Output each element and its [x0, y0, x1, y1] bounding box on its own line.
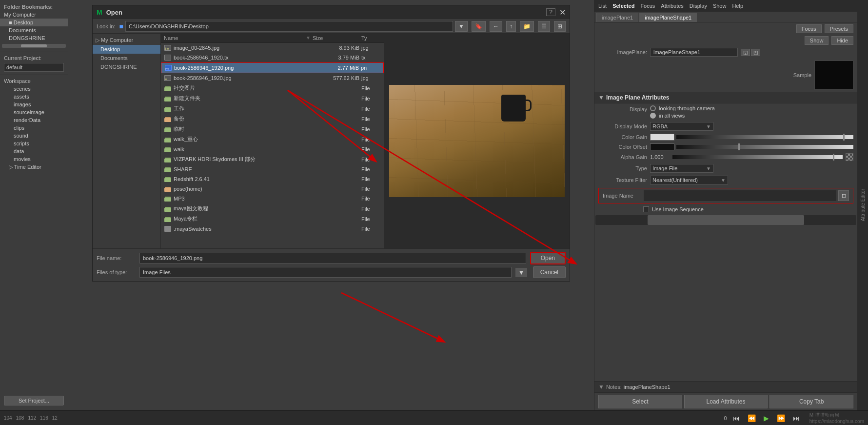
- play-button[interactable]: ▶: [762, 413, 771, 423]
- type-dropdown[interactable]: Image File ▼: [650, 164, 713, 173]
- current-project-dropdown[interactable]: default: [4, 63, 64, 72]
- focus-button[interactable]: Focus: [796, 24, 822, 33]
- menu-focus[interactable]: Focus: [640, 3, 655, 9]
- display-radio-1[interactable]: [650, 105, 656, 111]
- select-button[interactable]: Select: [598, 395, 682, 408]
- step-forward-button[interactable]: ⏩: [775, 413, 787, 423]
- color-offset-slider[interactable]: [676, 145, 853, 149]
- file-row[interactable]: Redshift 2.6.41 File: [161, 174, 384, 184]
- set-project-button[interactable]: Set Project...: [4, 396, 64, 405]
- sidebar-sourceimage[interactable]: sourceimage: [0, 108, 68, 116]
- imageplane-label: imagePlane:: [598, 49, 647, 55]
- toolbar-up-btn[interactable]: ↑: [506, 21, 516, 32]
- file-row[interactable]: 新建文件夹 File: [161, 93, 384, 103]
- toolbar-dropdown-btn[interactable]: ▼: [455, 21, 468, 32]
- imageplane-btn1[interactable]: ◱: [741, 49, 750, 56]
- file-row[interactable]: walk_重心 File: [161, 134, 384, 144]
- file-row[interactable]: 工作 File: [161, 103, 384, 114]
- color-offset-bar[interactable]: [650, 143, 853, 150]
- hide-button[interactable]: Hide: [831, 36, 853, 45]
- tree-mycomputer[interactable]: ▷ My Computer: [93, 36, 160, 45]
- file-row[interactable]: book-2586946_1920.tx 3.79 MiB tx: [161, 53, 384, 62]
- file-row[interactable]: 临时 File: [161, 124, 384, 134]
- menu-help[interactable]: Help: [732, 3, 743, 9]
- menu-selected[interactable]: Selected: [612, 3, 634, 9]
- sidebar-renderdata[interactable]: renderData: [0, 116, 68, 124]
- color-gain-bar[interactable]: [650, 134, 853, 141]
- sidebar-scenes[interactable]: scenes: [0, 85, 68, 93]
- sidebar-assets[interactable]: assets: [0, 93, 68, 101]
- sidebar-sound[interactable]: sound: [0, 132, 68, 140]
- tree-dongshrine[interactable]: DONGSHRINE: [93, 62, 160, 71]
- display-radio-2[interactable]: [650, 113, 656, 119]
- toolbar-detail-view-btn[interactable]: ⊞: [554, 21, 566, 32]
- file-row[interactable]: 备份 File: [161, 114, 384, 124]
- presets-button[interactable]: Presets: [825, 24, 853, 33]
- sidebar-item-desktop[interactable]: ■ Desktop: [0, 19, 68, 26]
- image-browse-button[interactable]: ⊡: [838, 190, 849, 201]
- step-back-button[interactable]: ⏪: [746, 413, 758, 423]
- filename-input[interactable]: [139, 253, 526, 263]
- sidebar-clips[interactable]: clips: [0, 124, 68, 132]
- alpha-gain-value: 1.000: [650, 154, 670, 160]
- toolbar-bookmark-btn[interactable]: 🔖: [472, 21, 486, 32]
- toolbar-new-folder-btn[interactable]: 📁: [520, 21, 534, 32]
- file-row[interactable]: 社交图片 File: [161, 83, 384, 93]
- file-row[interactable]: VIZPARK HDRI Skydomes III 部分 File: [161, 154, 384, 164]
- lookin-path-input[interactable]: [125, 21, 453, 32]
- load-attributes-button[interactable]: Load Attributes: [684, 395, 768, 408]
- tree-desktop[interactable]: Desktop: [93, 45, 160, 54]
- show-button[interactable]: Show: [805, 36, 829, 45]
- texture-filter-arrow-icon: ▼: [721, 178, 726, 183]
- file-row[interactable]: .mayaSwatches File: [161, 224, 384, 234]
- menu-list[interactable]: List: [598, 3, 607, 9]
- sidebar-time-editor[interactable]: ▷ Time Editor: [0, 163, 68, 171]
- attribute-editor-label: Attribute Editor: [860, 189, 866, 221]
- color-gain-slider[interactable]: [676, 135, 853, 139]
- filetype-select[interactable]: [139, 267, 512, 278]
- file-row[interactable]: MP3 File: [161, 194, 384, 203]
- alpha-gain-slider[interactable]: [672, 155, 843, 159]
- skip-to-end-button[interactable]: ⏭: [791, 413, 802, 423]
- file-row[interactable]: walk File: [161, 144, 384, 154]
- sidebar-item-documents[interactable]: Documents: [0, 26, 68, 34]
- sidebar-item-mycomputer[interactable]: My Computer: [0, 11, 68, 19]
- tab-imageplane1[interactable]: imagePlane1: [596, 13, 638, 22]
- file-row[interactable]: jpg book-2586946_1920.jpg 577.62 KiB jpg: [161, 73, 384, 83]
- tab-imageplaneShape1[interactable]: imagePlaneShape1: [639, 13, 697, 22]
- dialog-close-button[interactable]: ✕: [559, 8, 566, 17]
- sidebar-images[interactable]: images: [0, 101, 68, 108]
- sidebar-item-dongshrine[interactable]: DONGSHRINE: [0, 34, 68, 42]
- file-row-selected[interactable]: png book-2586946_1920.png 2.77 MiB pn: [161, 62, 384, 73]
- skip-to-start-button[interactable]: ⏮: [731, 413, 742, 423]
- tree-documents[interactable]: Documents: [93, 54, 160, 62]
- menu-display[interactable]: Display: [690, 3, 707, 9]
- toolbar-list-view-btn[interactable]: ☰: [538, 21, 550, 32]
- file-row[interactable]: pose(home) File: [161, 184, 384, 194]
- use-image-sequence-checkbox[interactable]: [643, 206, 649, 212]
- cancel-button[interactable]: Cancel: [533, 266, 566, 278]
- menu-attributes[interactable]: Attributes: [661, 3, 683, 9]
- notes-expand-icon[interactable]: ▼: [598, 384, 604, 390]
- imageplane-btn2[interactable]: ◳: [751, 49, 760, 56]
- sidebar-movies[interactable]: movies: [0, 155, 68, 163]
- copy-tab-button[interactable]: Copy Tab: [769, 395, 853, 408]
- file-row[interactable]: maya图文教程 File: [161, 203, 384, 214]
- menu-show[interactable]: Show: [713, 3, 727, 9]
- sidebar-scripts[interactable]: scripts: [0, 140, 68, 147]
- image-name-input[interactable]: [644, 190, 836, 201]
- file-row[interactable]: Maya专栏 File: [161, 214, 384, 224]
- toolbar-nav-btn[interactable]: ←: [490, 21, 502, 32]
- open-button[interactable]: Open: [530, 252, 566, 264]
- color-offset-swatch[interactable]: [650, 143, 674, 150]
- attr-controls: Focus Presets: [594, 22, 857, 35]
- file-row[interactable]: jpg image_00-2845.jpg 8.93 KiB jpg: [161, 43, 384, 53]
- display-mode-dropdown[interactable]: RGBA ▼: [650, 122, 713, 131]
- file-row[interactable]: SHARE File: [161, 164, 384, 174]
- checkerboard-icon[interactable]: [846, 153, 853, 161]
- texture-filter-dropdown[interactable]: Nearest(Unfiltered) ▼: [650, 176, 728, 184]
- color-gain-swatch[interactable]: [650, 134, 674, 141]
- sidebar-data[interactable]: data: [0, 147, 68, 155]
- imageplane-value-input[interactable]: [650, 48, 738, 57]
- help-icon[interactable]: ?: [546, 8, 555, 16]
